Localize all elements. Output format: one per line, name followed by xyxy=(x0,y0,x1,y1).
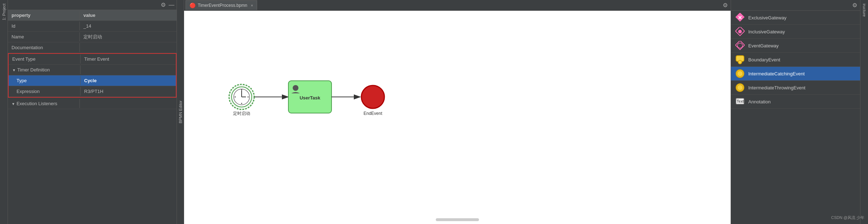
table-row[interactable]: Name 定时启动 xyxy=(8,32,177,42)
annotation-label: Annotation xyxy=(748,99,771,104)
inclusive-gateway-label: InclusiveGateway xyxy=(748,29,785,34)
tab-settings-icon[interactable]: ⚙ xyxy=(721,0,729,10)
svg-point-6 xyxy=(241,89,242,90)
tab-label: TimerEventProcess.bpmn xyxy=(198,3,247,8)
red-border-group: Event Type Timer Event ▼Timer Definition… xyxy=(8,53,177,98)
canvas-scroll-bar[interactable] xyxy=(436,218,479,221)
canvas-area: 定时启动 UserTask EndEvent xyxy=(184,11,731,224)
prop-expression-label: Expression xyxy=(9,87,81,96)
svg-point-27 xyxy=(738,60,742,64)
table-header: property value xyxy=(8,10,177,21)
exclusive-gateway-icon xyxy=(735,13,745,22)
palette-item-event-gateway[interactable]: EventGateway xyxy=(731,39,860,53)
prop-name-label: Name xyxy=(8,32,80,41)
prop-type-value[interactable]: Cycle xyxy=(81,76,176,85)
left-project-tab[interactable]: 1: Project xyxy=(0,0,8,224)
palette-item-intermediate-throwing[interactable]: IntermediateThrowingEvent xyxy=(731,81,860,95)
prop-id-value[interactable]: _14 xyxy=(80,22,177,31)
table-row[interactable]: Type Cycle xyxy=(9,75,176,86)
tab-file-icon: 🔴 xyxy=(189,3,196,8)
inclusive-gateway-icon xyxy=(735,27,745,36)
properties-header: ⚙ — xyxy=(8,0,177,10)
svg-point-9 xyxy=(235,97,236,98)
right-structure-tab[interactable]: iructure xyxy=(860,0,868,224)
prop-type-label: Type xyxy=(9,76,81,85)
table-row[interactable]: Event Type Timer Event xyxy=(9,54,176,65)
palette-item-intermediate-catching[interactable]: IntermediateCatchingEvent xyxy=(731,67,860,81)
right-settings-icon[interactable]: ⚙ xyxy=(852,2,857,9)
right-panel: ⚙ ExclusiveGateway InclusiveGateway xyxy=(731,0,860,224)
minimize-icon[interactable]: — xyxy=(169,2,174,8)
timer-definition-section[interactable]: ▼Timer Definition xyxy=(9,65,176,75)
bpmn-diagram: 定时启动 UserTask EndEvent xyxy=(184,11,731,224)
bpmn-editor-label: BPMN Editor xyxy=(178,101,183,123)
gear-icon[interactable]: ⚙ xyxy=(161,1,166,8)
event-gateway-label: EventGateway xyxy=(748,43,779,48)
palette-item-inclusive-gateway[interactable]: InclusiveGateway xyxy=(731,25,860,39)
prop-event-type-value[interactable]: Timer Event xyxy=(81,55,176,64)
table-row[interactable]: Expression R3/PT1H xyxy=(9,86,176,97)
table-row[interactable]: Documentation xyxy=(8,42,177,53)
svg-text:UserTask: UserTask xyxy=(300,95,320,101)
intermediate-throwing-label: IntermediateThrowingEvent xyxy=(748,85,805,90)
boundary-event-icon xyxy=(735,55,745,64)
event-gateway-icon xyxy=(735,41,745,50)
palette-item-annotation[interactable]: Text Annotation xyxy=(731,95,860,109)
exclusive-gateway-label: ExclusiveGateway xyxy=(748,15,786,20)
prop-doc-value[interactable] xyxy=(80,46,177,50)
svg-point-31 xyxy=(737,85,743,90)
right-panel-header: ⚙ xyxy=(731,0,860,11)
end-event-group[interactable]: EndEvent xyxy=(361,85,384,116)
table-row[interactable]: Id _14 xyxy=(8,21,177,32)
exec-listeners-label: ▼Execution Listeners xyxy=(8,99,80,108)
prop-expression-value[interactable]: R3/PT1H xyxy=(81,87,176,96)
col-property-header: property xyxy=(8,11,80,20)
svg-point-16 xyxy=(361,85,384,108)
prop-id-label: Id xyxy=(8,22,80,31)
svg-point-23 xyxy=(738,30,742,33)
intermediate-throwing-icon xyxy=(735,83,745,92)
palette-item-boundary-event[interactable]: BoundaryEvent xyxy=(731,53,860,67)
palette-item-exclusive-gateway[interactable]: ExclusiveGateway xyxy=(731,11,860,25)
execution-listeners-section[interactable]: ▼Execution Listeners xyxy=(8,98,177,109)
svg-text:定时启动: 定时启动 xyxy=(233,111,250,116)
collapse-arrow: ▼ xyxy=(12,68,16,72)
watermark: CSDN @风流 少年 xyxy=(831,215,864,220)
bpmn-editor-tab: BPMN Editor xyxy=(177,0,184,224)
svg-point-8 xyxy=(241,103,242,104)
intermediate-catching-label: IntermediateCatchingEvent xyxy=(748,71,805,76)
project-tab-label: 1: Project xyxy=(2,4,6,20)
tab-timer-event[interactable]: 🔴 TimerEventProcess.bpmn × xyxy=(186,0,257,10)
col-value-header: value xyxy=(80,11,177,20)
svg-point-7 xyxy=(248,97,249,98)
prop-name-value[interactable]: 定时启动 xyxy=(80,32,177,42)
prop-event-type-label: Event Type xyxy=(9,55,81,64)
main-editor: 🔴 TimerEventProcess.bpmn × ⚙ xyxy=(184,0,731,224)
properties-table: property value Id _14 Name 定时启动 Document… xyxy=(8,10,177,224)
timer-def-label: ▼Timer Definition xyxy=(9,65,81,74)
structure-tab-label: iructure xyxy=(862,4,867,17)
svg-text:EndEvent: EndEvent xyxy=(364,111,383,116)
user-task-group[interactable]: UserTask xyxy=(288,81,332,113)
tab-close-button[interactable]: × xyxy=(251,3,253,8)
annotation-icon: Text xyxy=(735,97,745,106)
svg-point-25 xyxy=(737,43,743,48)
boundary-event-label: BoundaryEvent xyxy=(748,57,780,62)
prop-doc-label: Documentation xyxy=(8,43,80,52)
svg-rect-0 xyxy=(184,11,731,224)
properties-panel: ⚙ — property value Id _14 Name 定时启动 Docu… xyxy=(8,0,177,224)
tab-bar: 🔴 TimerEventProcess.bpmn × ⚙ xyxy=(184,0,731,11)
collapse-arrow-2: ▼ xyxy=(12,102,15,106)
svg-text:Text: Text xyxy=(737,99,744,103)
palette-list: ExclusiveGateway InclusiveGateway EventG… xyxy=(731,11,860,224)
intermediate-catching-icon xyxy=(735,69,745,78)
svg-point-13 xyxy=(293,85,298,91)
